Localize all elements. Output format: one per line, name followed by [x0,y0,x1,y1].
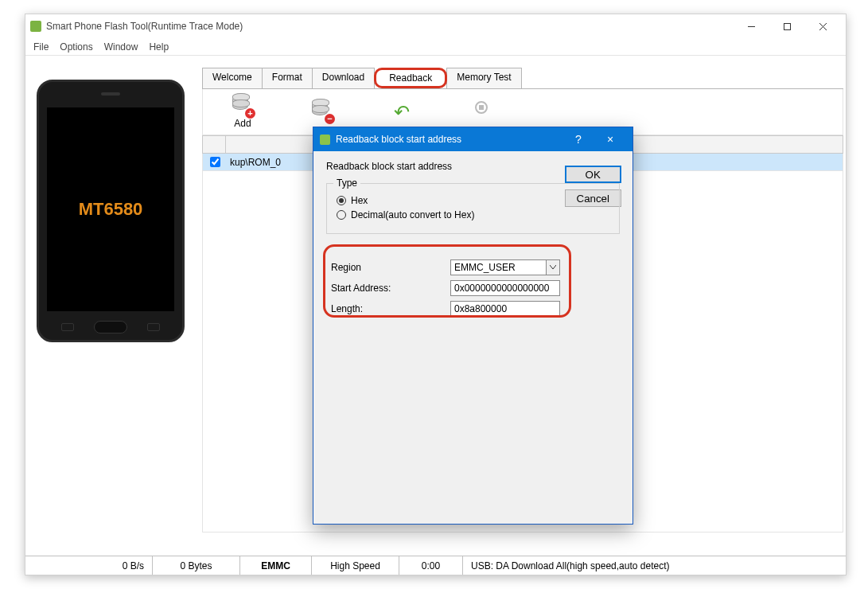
tab-memory-test[interactable]: Memory Test [446,68,521,88]
tab-bar: Welcome Format Download Readback Memory … [202,68,843,89]
app-icon [30,21,41,32]
maximize-button[interactable] [769,15,805,37]
window-title: Smart Phone Flash Tool(Runtime Trace Mod… [46,21,243,32]
column-checkbox[interactable] [202,135,226,154]
status-speed: 0 B/s [25,556,153,575]
stop-icon [475,101,488,114]
row-checkbox[interactable] [210,157,220,167]
titlebar: Smart Phone Flash Tool(Runtime Trace Mod… [25,14,846,38]
dialog-icon [320,135,330,145]
type-label: Type [333,177,360,189]
plus-icon: + [245,108,255,119]
fields-highlight [323,244,571,318]
dialog-help-button[interactable]: ? [562,133,594,146]
phone-graphic: BM MT6580 [37,80,185,342]
radio-hex[interactable]: Hex [337,195,609,206]
status-info: USB: DA Download All(high speed,auto det… [463,556,846,575]
add-button[interactable]: + Add [203,96,282,129]
menubar: File Options Window Help [25,38,846,56]
menu-help[interactable]: Help [149,41,169,53]
close-button[interactable] [805,15,841,37]
ok-button[interactable]: OK [565,166,622,183]
remove-button[interactable]: − [282,101,362,123]
phone-model-label: MT6580 [79,199,143,220]
minimize-button[interactable] [734,15,769,37]
status-bytes: 0 Bytes [153,556,240,575]
readback-dialog: Readback block start address ? × Readbac… [313,127,633,525]
back-button[interactable]: ↶ [362,101,442,123]
menu-options[interactable]: Options [60,41,92,53]
tab-readback[interactable]: Readback [374,68,447,88]
svg-rect-1 [784,23,791,29]
status-time: 0:00 [399,556,463,575]
back-arrow-icon: ↶ [391,101,412,122]
tab-download[interactable]: Download [312,68,375,88]
status-bar: 0 B/s 0 Bytes EMMC High Speed 0:00 USB: … [25,556,846,575]
status-mode: High Speed [312,556,399,575]
stop-button[interactable] [442,101,521,123]
radio-decimal[interactable]: Decimal(auto convert to Hex) [337,209,609,220]
status-storage: EMMC [240,556,312,575]
menu-window[interactable]: Window [104,41,138,53]
tab-format[interactable]: Format [262,68,313,88]
minus-icon: − [325,114,335,124]
dialog-title: Readback block start address [336,134,562,145]
tab-welcome[interactable]: Welcome [202,68,263,88]
dialog-titlebar: Readback block start address ? × [313,127,633,151]
menu-file[interactable]: File [33,41,49,53]
dialog-close-button[interactable]: × [594,133,626,146]
